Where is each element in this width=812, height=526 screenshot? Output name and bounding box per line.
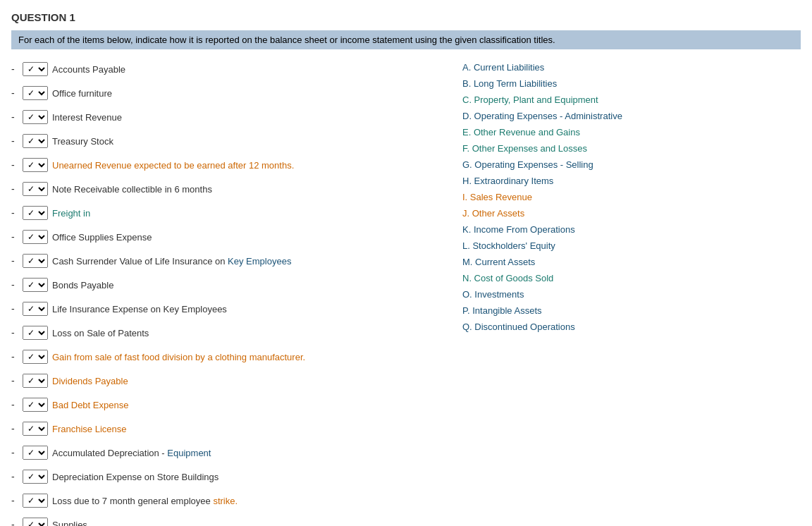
- dash: -: [11, 423, 20, 434]
- dash: -: [11, 399, 20, 410]
- question-row: - ✓ Accumulated Depreciation - Equipment: [11, 443, 420, 463]
- dash: -: [11, 63, 20, 75]
- question-title: QUESTION 1: [11, 11, 801, 23]
- dash: -: [11, 447, 20, 458]
- answer-select-14[interactable]: ✓: [23, 374, 48, 388]
- classification-item-n: N. Cost of Goods Sold: [462, 273, 801, 283]
- dash: -: [11, 279, 20, 290]
- dash: -: [11, 207, 20, 219]
- dash: -: [11, 159, 20, 171]
- answer-select-20[interactable]: ✓: [23, 518, 48, 526]
- item-text-3: Interest Revenue: [52, 112, 122, 123]
- classification-item-m: M. Current Assets: [462, 257, 801, 267]
- answer-select-15[interactable]: ✓: [23, 398, 48, 412]
- dash: -: [11, 303, 20, 314]
- classification-item-e: E. Other Revenue and Gains: [462, 127, 801, 137]
- classification-item-l: L. Stockholders' Equity: [462, 240, 801, 251]
- question-row: - ✓ Bad Debt Expense: [11, 395, 420, 415]
- question-row: - ✓ Note Receivable collectible in 6 mon…: [11, 179, 420, 199]
- question-row: - ✓ Franchise License: [11, 419, 420, 439]
- item-text-1: Accounts Payable: [52, 64, 125, 75]
- classification-item-i: I. Sales Revenue: [462, 192, 801, 202]
- item-text-15: Bad Debt Expense: [52, 400, 128, 410]
- question-row: - ✓ Loss due to 7 month general employee…: [11, 491, 420, 510]
- answer-select-8[interactable]: ✓: [23, 230, 48, 244]
- dash: -: [11, 111, 20, 123]
- question-row: - ✓ Bonds Payable: [11, 275, 420, 295]
- answer-select-10[interactable]: ✓: [23, 278, 48, 292]
- question-row: - ✓ Loss on Sale of Patents: [11, 323, 420, 343]
- item-text-8: Office Supplies Expense: [52, 232, 152, 243]
- item-text-14: Dividends Payable: [52, 376, 128, 386]
- question-row: - ✓ Cash Surrender Value of Life Insuran…: [11, 251, 420, 271]
- item-text-18: Depreciation Expense on Store Buildings: [52, 472, 219, 482]
- item-text-4: Treasury Stock: [52, 136, 113, 147]
- dash: -: [11, 87, 20, 99]
- question-row: - ✓ Supplies: [11, 515, 420, 526]
- question-row: - ✓ Dividends Payable: [11, 371, 420, 391]
- answer-select-13[interactable]: ✓: [23, 350, 48, 364]
- answer-select-6[interactable]: ✓: [23, 182, 48, 196]
- question-row: - ✓ Office Supplies Expense: [11, 227, 420, 247]
- classification-item-d: D. Operating Expenses - Administrative: [462, 111, 801, 121]
- question-row: - ✓ Interest Revenue: [11, 107, 420, 127]
- right-column: A. Current Liabilities B. Long Term Liab…: [420, 59, 801, 526]
- question-row: - ✓ Accounts Payable: [11, 59, 420, 79]
- answer-select-11[interactable]: ✓: [23, 302, 48, 316]
- item-text-9: Cash Surrender Value of Life Insurance o…: [52, 256, 291, 267]
- classification-item-q: Q. Discontinued Operations: [462, 322, 801, 332]
- question-row: - ✓ Freight in: [11, 203, 420, 223]
- dash: -: [11, 351, 20, 362]
- item-text-10: Bonds Payable: [52, 280, 113, 290]
- classification-list: A. Current Liabilities B. Long Term Liab…: [462, 62, 801, 332]
- item-text-6: Note Receivable collectible in 6 months: [52, 184, 212, 195]
- dash: -: [11, 327, 20, 338]
- answer-select-7[interactable]: ✓: [23, 206, 48, 220]
- question-row: - ✓ Depreciation Expense on Store Buildi…: [11, 467, 420, 487]
- item-text-11: Life Insurance Expense on Key Employees: [52, 304, 227, 314]
- item-text-17: Accumulated Depreciation - Equipment: [52, 448, 211, 458]
- answer-select-17[interactable]: ✓: [23, 446, 48, 460]
- classification-item-a: A. Current Liabilities: [462, 62, 801, 73]
- dash: -: [11, 255, 20, 267]
- dash: -: [11, 471, 20, 482]
- classification-item-o: O. Investments: [462, 289, 801, 300]
- answer-select-2[interactable]: ✓: [23, 86, 48, 100]
- answer-select-12[interactable]: ✓: [23, 326, 48, 340]
- left-column: - ✓ Accounts Payable - ✓ Office furnitur…: [11, 59, 420, 526]
- classification-item-j: J. Other Assets: [462, 208, 801, 219]
- item-text-5: Unearned Revenue expected to be earned a…: [52, 160, 294, 171]
- question-row: - ✓ Treasury Stock: [11, 131, 420, 151]
- answer-select-16[interactable]: ✓: [23, 422, 48, 436]
- main-layout: - ✓ Accounts Payable - ✓ Office furnitur…: [11, 59, 801, 526]
- dash: -: [11, 231, 20, 243]
- item-text-12: Loss on Sale of Patents: [52, 328, 149, 338]
- answer-select-9[interactable]: ✓: [23, 254, 48, 268]
- classification-item-k: K. Income From Operations: [462, 224, 801, 235]
- classification-item-g: G. Operating Expenses - Selling: [462, 159, 801, 170]
- item-text-13: Gain from sale of fast food division by …: [52, 352, 305, 362]
- question-row: - ✓ Gain from sale of fast food division…: [11, 347, 420, 367]
- answer-select-19[interactable]: ✓: [23, 494, 48, 508]
- answer-select-5[interactable]: ✓: [23, 158, 48, 172]
- classification-item-f: F. Other Expenses and Losses: [462, 143, 801, 154]
- question-row: - ✓ Office furniture: [11, 83, 420, 103]
- question-row: - ✓ Unearned Revenue expected to be earn…: [11, 155, 420, 175]
- answer-select-3[interactable]: ✓: [23, 110, 48, 124]
- instructions-text: For each of the items below, indicate ho…: [11, 30, 801, 49]
- dash: -: [11, 183, 20, 195]
- dash: -: [11, 519, 20, 526]
- item-text-16: Franchise License: [52, 424, 127, 434]
- classification-item-p: P. Intangible Assets: [462, 305, 801, 316]
- dash: -: [11, 135, 20, 147]
- answer-select-4[interactable]: ✓: [23, 134, 48, 148]
- classification-item-h: H. Extraordinary Items: [462, 176, 801, 186]
- dash: -: [11, 375, 20, 386]
- answer-select-18[interactable]: ✓: [23, 470, 48, 484]
- answer-select-1[interactable]: ✓: [23, 62, 48, 76]
- dash: -: [11, 495, 20, 506]
- item-text-2: Office furniture: [52, 88, 112, 99]
- item-text-20: Supplies: [52, 520, 87, 527]
- question-row: - ✓ Life Insurance Expense on Key Employ…: [11, 299, 420, 319]
- item-text-19: Loss due to 7 month general employee str…: [52, 496, 238, 506]
